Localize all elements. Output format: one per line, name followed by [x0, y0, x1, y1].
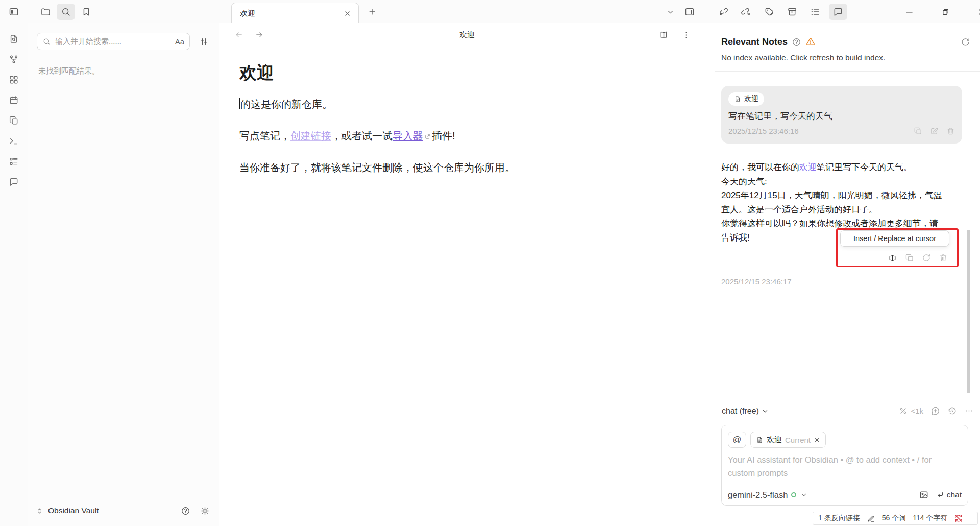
settings-button[interactable]	[197, 503, 212, 519]
titlebar-divider	[703, 6, 703, 17]
search-settings-button[interactable]	[194, 33, 213, 50]
ribbon-canvas-button[interactable]	[4, 69, 24, 90]
search-input[interactable]: 输入并开始搜索...... Aa	[37, 33, 190, 50]
user-message-text: 写在笔记里，写今天的天气	[728, 110, 955, 122]
new-chat-icon[interactable]	[930, 406, 940, 416]
panel-scrollbar[interactable]	[967, 230, 970, 393]
ai-line-1: 好的，我可以在你的欢迎笔记里写下今天的天气。	[721, 160, 972, 175]
ribbon-search-note-button[interactable]	[4, 29, 24, 49]
copy-icon[interactable]	[914, 127, 922, 135]
window-close-button[interactable]	[972, 4, 980, 20]
refresh-index-button[interactable]	[956, 34, 974, 50]
chat-history-icon[interactable]	[947, 406, 957, 416]
search-empty-state: 未找到匹配结果。	[38, 66, 100, 76]
external-link-importer[interactable]: 导入器	[393, 130, 423, 141]
ribbon-command-palette-button[interactable]	[4, 131, 24, 151]
token-usage-icon	[899, 407, 908, 415]
bookmarks-button[interactable]	[77, 4, 95, 20]
add-context-button[interactable]: @	[728, 432, 746, 448]
toggle-left-sidebar-button[interactable]	[5, 4, 23, 20]
ribbon-graph-button[interactable]	[4, 49, 24, 69]
outline-button[interactable]	[806, 4, 824, 20]
backlinks-button[interactable]	[714, 4, 732, 20]
tab-list-dropdown-button[interactable]	[661, 4, 679, 20]
ai-line-2: 今天的天气:	[721, 175, 972, 189]
user-message-card[interactable]: 欢迎 写在笔记里，写今天的天气 2025/12/15 23:46:16	[721, 86, 962, 144]
ribbon-daily-note-button[interactable]	[4, 90, 24, 110]
trash-icon[interactable]	[946, 127, 955, 135]
context-pill-welcome[interactable]: 欢迎 Current	[750, 432, 826, 448]
copy-icon	[9, 115, 19, 126]
send-chat-button[interactable]: chat	[936, 490, 962, 499]
link-outgoing-icon	[741, 7, 751, 17]
ai-line-5: 你觉得这样可以吗？如果你想修改或者添加更多细节，请	[721, 217, 972, 231]
gear-icon	[200, 506, 210, 516]
chat-mode-dropdown[interactable]: chat (free)	[722, 407, 769, 416]
more-options-icon[interactable]	[964, 406, 974, 416]
chevron-down-icon	[666, 8, 675, 16]
ai-line-3: 2025年12月15日，天气晴朗，阳光明媚，微风轻拂，气温	[721, 188, 972, 203]
remove-context-icon[interactable]	[814, 437, 820, 443]
sync-error-icon[interactable]	[954, 514, 963, 523]
edit-icon[interactable]	[930, 127, 939, 135]
vault-switcher[interactable]: Obsidian Vault	[35, 503, 212, 519]
send-label: chat	[947, 490, 962, 499]
help-button[interactable]	[178, 503, 193, 519]
comment-icon	[833, 7, 843, 17]
dots-vertical-icon	[681, 30, 691, 40]
backlink-count[interactable]: 1 条反向链接	[818, 514, 860, 523]
archive-button[interactable]	[783, 4, 801, 20]
ribbon-checklist-button[interactable]	[4, 151, 24, 172]
insert-at-cursor-button[interactable]	[888, 253, 897, 263]
internal-link-welcome[interactable]: 欢迎	[799, 162, 817, 172]
chat-input-card[interactable]: @ 欢迎 Current Your AI assistant for Obsid…	[721, 425, 968, 506]
internal-link-create[interactable]: 创建链接	[290, 130, 331, 141]
regenerate-icon[interactable]	[922, 253, 931, 262]
help-icon[interactable]	[792, 37, 801, 47]
new-tab-button[interactable]	[363, 4, 381, 20]
note-heading: 欢迎	[239, 61, 678, 85]
search-icon	[61, 7, 71, 17]
chat-input-placeholder[interactable]: Your AI assistant for Obsidian • @ to ad…	[728, 453, 959, 480]
left-sidebar: 输入并开始搜索...... Aa 未找到匹配结果。 Obsidian Vault	[28, 23, 219, 526]
trash-icon[interactable]	[939, 253, 948, 262]
archive-icon	[787, 7, 797, 17]
model-selector-dropdown[interactable]: gemini-2.5-flash	[728, 490, 808, 500]
match-case-toggle[interactable]: Aa	[175, 37, 184, 46]
status-bar: 1 条反向链接 56 个词 114 个字符	[813, 512, 978, 525]
chat-panel-button[interactable]	[829, 4, 847, 20]
note-reference-pill[interactable]: 欢迎	[728, 92, 764, 106]
tab-welcome[interactable]: 欢迎	[231, 3, 359, 23]
attach-image-button[interactable]	[919, 490, 929, 500]
more-options-button[interactable]	[677, 27, 695, 43]
ribbon-chat-button[interactable]	[4, 172, 24, 192]
view-header: 欢迎	[219, 23, 715, 46]
window-restore-button[interactable]	[936, 4, 954, 20]
tab-close-button[interactable]	[341, 7, 353, 19]
ribbon-templates-button[interactable]	[4, 110, 24, 131]
warning-icon	[805, 37, 816, 47]
enter-key-icon	[936, 491, 944, 499]
word-count: 56 个词	[882, 514, 906, 523]
window-minimize-button[interactable]	[900, 4, 918, 20]
chat-mode-label: chat (free)	[722, 407, 759, 416]
edit-mode-icon[interactable]	[867, 514, 875, 523]
reading-mode-button[interactable]	[654, 27, 673, 43]
char-count: 114 个字符	[913, 514, 947, 523]
note-content[interactable]: 欢迎 的这是你的新仓库。 写点笔记，创建链接，或者试一试导入器插件! 当你准备好…	[239, 61, 678, 192]
sliders-icon	[199, 37, 209, 46]
file-text-icon	[734, 95, 741, 103]
outgoing-links-button[interactable]	[737, 4, 755, 20]
layout-grid-icon	[9, 75, 19, 85]
context-note-name: 欢迎	[767, 435, 782, 445]
search-tab-button[interactable]	[57, 4, 75, 20]
close-icon	[344, 10, 351, 17]
toggle-right-sidebar-button[interactable]	[680, 4, 699, 20]
tags-button[interactable]	[760, 4, 778, 20]
copy-icon[interactable]	[905, 253, 914, 262]
search-icon	[42, 37, 51, 46]
index-notice: No index available. Click refresh to bui…	[721, 53, 885, 62]
files-button[interactable]	[36, 4, 55, 20]
terminal-icon	[9, 136, 19, 146]
vault-name: Obsidian Vault	[48, 506, 174, 515]
